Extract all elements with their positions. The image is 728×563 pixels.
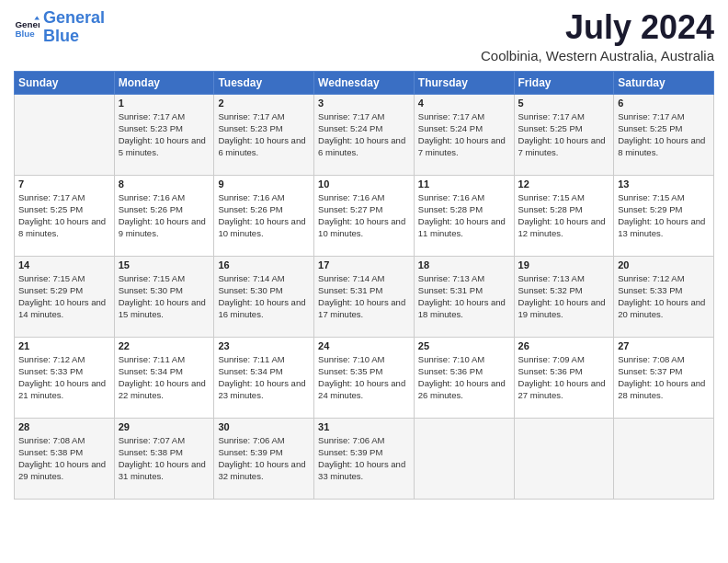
sunrise-text: Sunrise: 7:07 AM [119, 434, 210, 446]
sunset-text: Sunset: 5:24 PM [418, 122, 510, 134]
day-info: Sunrise: 7:15 AM Sunset: 5:28 PM Dayligh… [518, 191, 610, 240]
day-info: Sunrise: 7:13 AM Sunset: 5:31 PM Dayligh… [418, 272, 510, 321]
day-number: 14 [18, 259, 110, 270]
header-wednesday: Wednesday [314, 71, 415, 94]
header-thursday: Thursday [414, 71, 514, 94]
day-cell: 19 Sunrise: 7:13 AM Sunset: 5:32 PM Dayl… [514, 256, 614, 337]
day-cell: 26 Sunrise: 7:09 AM Sunset: 5:36 PM Dayl… [514, 337, 614, 418]
day-number: 10 [318, 178, 410, 190]
daylight-text: Daylight: 10 hours and 33 minutes. [318, 458, 410, 483]
day-cell: 18 Sunrise: 7:13 AM Sunset: 5:31 PM Dayl… [414, 256, 514, 337]
day-info: Sunrise: 7:17 AM Sunset: 5:24 PM Dayligh… [318, 110, 410, 159]
day-cell [15, 94, 115, 175]
day-cell: 5 Sunrise: 7:17 AM Sunset: 5:25 PM Dayli… [514, 94, 614, 175]
day-number: 25 [418, 340, 510, 351]
day-info: Sunrise: 7:15 AM Sunset: 5:29 PM Dayligh… [18, 272, 110, 321]
day-cell: 8 Sunrise: 7:16 AM Sunset: 5:26 PM Dayli… [114, 175, 214, 256]
daylight-text: Daylight: 10 hours and 7 minutes. [518, 134, 610, 159]
sunset-text: Sunset: 5:32 PM [518, 284, 610, 296]
header-tuesday: Tuesday [214, 71, 314, 94]
day-cell: 24 Sunrise: 7:10 AM Sunset: 5:35 PM Dayl… [314, 337, 415, 418]
sunset-text: Sunset: 5:24 PM [318, 122, 410, 134]
week-row-0: 1 Sunrise: 7:17 AM Sunset: 5:23 PM Dayli… [15, 94, 714, 175]
day-number: 23 [218, 340, 310, 351]
sunrise-text: Sunrise: 7:11 AM [119, 353, 210, 365]
logo-text: General Blue [43, 9, 105, 46]
title-section: July 2024 Coolbinia, Western Australia, … [481, 9, 714, 63]
sunrise-text: Sunrise: 7:16 AM [318, 191, 410, 203]
sunrise-text: Sunrise: 7:17 AM [318, 110, 410, 122]
day-cell: 2 Sunrise: 7:17 AM Sunset: 5:23 PM Dayli… [214, 94, 314, 175]
day-number: 17 [318, 259, 410, 270]
day-info: Sunrise: 7:17 AM Sunset: 5:23 PM Dayligh… [218, 110, 310, 159]
day-cell [614, 418, 714, 499]
day-info: Sunrise: 7:12 AM Sunset: 5:33 PM Dayligh… [618, 272, 710, 321]
header-row: Sunday Monday Tuesday Wednesday Thursday… [15, 71, 714, 94]
day-number: 1 [119, 98, 210, 109]
day-info: Sunrise: 7:08 AM Sunset: 5:37 PM Dayligh… [618, 353, 710, 402]
day-info: Sunrise: 7:10 AM Sunset: 5:35 PM Dayligh… [318, 353, 410, 402]
sunrise-text: Sunrise: 7:08 AM [618, 353, 710, 365]
sunset-text: Sunset: 5:33 PM [618, 284, 710, 296]
day-info: Sunrise: 7:16 AM Sunset: 5:28 PM Dayligh… [418, 191, 510, 240]
day-info: Sunrise: 7:08 AM Sunset: 5:38 PM Dayligh… [18, 434, 110, 483]
sunrise-text: Sunrise: 7:15 AM [18, 272, 110, 284]
sunrise-text: Sunrise: 7:17 AM [18, 191, 110, 203]
daylight-text: Daylight: 10 hours and 20 minutes. [618, 296, 710, 321]
day-cell [514, 418, 614, 499]
day-cell: 17 Sunrise: 7:14 AM Sunset: 5:31 PM Dayl… [314, 256, 415, 337]
svg-marker-2 [34, 16, 40, 19]
day-number: 21 [18, 340, 110, 351]
day-number: 6 [618, 98, 710, 109]
sunset-text: Sunset: 5:29 PM [18, 284, 110, 296]
day-number: 12 [518, 178, 610, 190]
sunrise-text: Sunrise: 7:06 AM [318, 434, 410, 446]
daylight-text: Daylight: 10 hours and 22 minutes. [119, 377, 210, 402]
sunrise-text: Sunrise: 7:10 AM [418, 353, 510, 365]
day-cell: 16 Sunrise: 7:14 AM Sunset: 5:30 PM Dayl… [214, 256, 314, 337]
day-cell: 9 Sunrise: 7:16 AM Sunset: 5:26 PM Dayli… [214, 175, 314, 256]
day-cell: 27 Sunrise: 7:08 AM Sunset: 5:37 PM Dayl… [614, 337, 714, 418]
header-sunday: Sunday [15, 71, 115, 94]
day-number: 8 [119, 178, 210, 190]
day-cell: 3 Sunrise: 7:17 AM Sunset: 5:24 PM Dayli… [314, 94, 415, 175]
sunset-text: Sunset: 5:34 PM [218, 365, 310, 377]
day-number: 5 [518, 98, 610, 109]
sunset-text: Sunset: 5:36 PM [418, 365, 510, 377]
day-number: 19 [518, 259, 610, 270]
sunrise-text: Sunrise: 7:16 AM [418, 191, 510, 203]
day-number: 18 [418, 259, 510, 270]
daylight-text: Daylight: 10 hours and 24 minutes. [318, 377, 410, 402]
sunrise-text: Sunrise: 7:06 AM [218, 434, 310, 446]
day-info: Sunrise: 7:06 AM Sunset: 5:39 PM Dayligh… [218, 434, 310, 483]
svg-text:Blue: Blue [15, 29, 35, 39]
sunset-text: Sunset: 5:23 PM [218, 122, 310, 134]
sunrise-text: Sunrise: 7:13 AM [418, 272, 510, 284]
daylight-text: Daylight: 10 hours and 7 minutes. [418, 134, 510, 159]
day-info: Sunrise: 7:12 AM Sunset: 5:33 PM Dayligh… [18, 353, 110, 402]
sunrise-text: Sunrise: 7:13 AM [518, 272, 610, 284]
sunrise-text: Sunrise: 7:17 AM [418, 110, 510, 122]
sunset-text: Sunset: 5:39 PM [218, 446, 310, 458]
sunrise-text: Sunrise: 7:14 AM [318, 272, 410, 284]
sunrise-text: Sunrise: 7:15 AM [119, 272, 210, 284]
sunset-text: Sunset: 5:28 PM [518, 203, 610, 215]
day-cell: 31 Sunrise: 7:06 AM Sunset: 5:39 PM Dayl… [314, 418, 415, 499]
day-cell: 12 Sunrise: 7:15 AM Sunset: 5:28 PM Dayl… [514, 175, 614, 256]
sunset-text: Sunset: 5:26 PM [218, 203, 310, 215]
daylight-text: Daylight: 10 hours and 13 minutes. [618, 215, 710, 240]
sunrise-text: Sunrise: 7:17 AM [218, 110, 310, 122]
week-row-2: 14 Sunrise: 7:15 AM Sunset: 5:29 PM Dayl… [15, 256, 714, 337]
day-number: 9 [218, 178, 310, 190]
sunset-text: Sunset: 5:36 PM [518, 365, 610, 377]
day-number: 31 [318, 421, 410, 432]
sunrise-text: Sunrise: 7:15 AM [618, 191, 710, 203]
day-info: Sunrise: 7:15 AM Sunset: 5:30 PM Dayligh… [119, 272, 210, 321]
day-info: Sunrise: 7:16 AM Sunset: 5:27 PM Dayligh… [318, 191, 410, 240]
day-cell: 23 Sunrise: 7:11 AM Sunset: 5:34 PM Dayl… [214, 337, 314, 418]
daylight-text: Daylight: 10 hours and 14 minutes. [18, 296, 110, 321]
day-info: Sunrise: 7:09 AM Sunset: 5:36 PM Dayligh… [518, 353, 610, 402]
sunset-text: Sunset: 5:26 PM [119, 203, 210, 215]
calendar-table: Sunday Monday Tuesday Wednesday Thursday… [14, 71, 714, 500]
day-info: Sunrise: 7:10 AM Sunset: 5:36 PM Dayligh… [418, 353, 510, 402]
